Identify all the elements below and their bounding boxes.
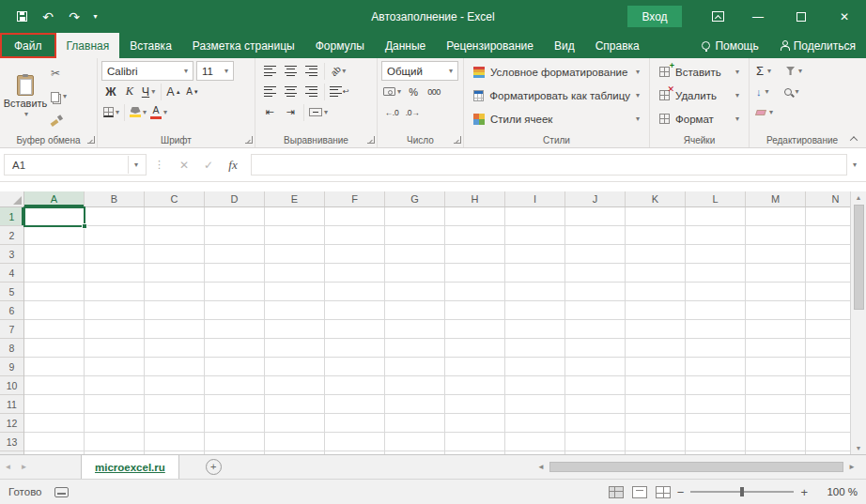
scroll-down-icon[interactable]: ▼ [856,445,862,451]
comma-style-button[interactable]: 000 [424,82,444,101]
clipboard-dialog-launcher-icon[interactable] [87,136,95,144]
tellme-tab[interactable]: Помощь [691,33,768,58]
insert-cells-button[interactable]: + Вставить ▾ [654,61,745,84]
tab-review[interactable]: Рецензирование [436,33,544,58]
redo-button[interactable]: ↷ [62,5,86,29]
tab-help[interactable]: Справка [585,33,650,58]
cancel-button[interactable]: ✕ [172,154,196,176]
number-dialog-launcher-icon[interactable] [454,136,461,144]
tab-page-layout[interactable]: Разметка страницы [182,33,305,58]
tab-file[interactable]: Файл [0,33,56,58]
row-header-7[interactable]: 7 [0,320,23,339]
align-left-button[interactable] [259,82,280,101]
save-button[interactable] [9,5,34,29]
row-header-5[interactable]: 5 [0,283,23,301]
sheet-nav-right-icon[interactable]: ► [16,463,32,471]
font-size-select[interactable]: 11▾ [196,61,234,81]
accounting-format-button[interactable]: ▾ [381,82,403,101]
sign-in-button[interactable]: Вход [627,6,682,27]
fill-color-button[interactable]: ▾ [128,102,148,122]
row-header-1[interactable]: 1 [0,207,23,226]
font-name-select[interactable]: Calibri▾ [101,61,193,81]
increase-decimal-button[interactable]: ←.0 [381,102,402,122]
scroll-up-icon[interactable]: ▲ [856,194,862,201]
column-header-J[interactable]: J [565,191,626,206]
row-header-9[interactable]: 9 [0,358,23,376]
close-button[interactable]: ✕ [823,0,866,33]
collapse-ribbon-button[interactable] [846,132,861,145]
fill-handle[interactable] [82,223,87,229]
zoom-level[interactable]: 100 % [820,486,858,497]
zoom-in-button[interactable]: + [800,486,808,498]
view-page-layout-button[interactable] [632,486,647,498]
align-center-button[interactable] [280,82,301,101]
align-bottom-button[interactable] [301,61,321,81]
underline-button[interactable]: Ч▾ [139,82,158,101]
zoom-out-button[interactable]: − [677,486,685,498]
increase-indent-button[interactable]: ⇥ [280,102,301,122]
decrease-font-size-button[interactable]: А▼ [183,82,202,101]
column-header-L[interactable]: L [686,191,746,206]
column-header-K[interactable]: K [626,191,686,206]
number-format-select[interactable]: Общий▾ [381,61,458,81]
row-header-3[interactable]: 3 [0,245,23,264]
decrease-decimal-button[interactable]: .0→ [402,102,423,122]
minimize-button[interactable]: — [736,0,780,33]
formula-input[interactable] [251,154,847,176]
cut-button[interactable]: ✂ [47,63,70,83]
row-header-11[interactable]: 11 [0,395,23,414]
column-header-E[interactable]: E [265,191,325,206]
column-header-F[interactable]: F [325,191,385,206]
format-painter-button[interactable] [47,111,70,130]
bold-button[interactable]: Ж [101,82,120,101]
font-color-button[interactable]: А▾ [148,102,169,122]
decrease-indent-button[interactable]: ⇤ [259,102,280,122]
column-header-C[interactable]: C [145,191,205,206]
sheet-nav-left-icon[interactable]: ◄ [0,463,16,471]
fill-button[interactable]: ↓▾ [753,82,772,101]
orientation-button[interactable]: ab▾ [328,61,348,81]
paste-button[interactable]: Вставить ▾ [4,61,47,132]
tab-data[interactable]: Данные [375,33,436,58]
enter-button[interactable]: ✓ [196,154,221,176]
name-box[interactable]: A1 ▾ [4,154,147,176]
maximize-button[interactable] [780,0,823,33]
tab-formulas[interactable]: Формулы [305,33,375,58]
column-header-M[interactable]: M [746,191,806,206]
align-top-button[interactable] [259,61,280,81]
align-right-button[interactable] [301,82,321,101]
row-header-12[interactable]: 12 [0,414,23,433]
row-header-8[interactable]: 8 [0,339,23,358]
chevron-down-icon[interactable]: ▾ [128,156,138,174]
scroll-right-icon[interactable]: ► [845,463,858,471]
row-header-2[interactable]: 2 [0,226,23,245]
column-header-B[interactable]: B [85,191,145,206]
select-all-button[interactable] [0,191,24,207]
column-header-G[interactable]: G [385,191,445,206]
clear-button[interactable]: ▾ [753,102,776,122]
vertical-scroll-thumb[interactable] [854,205,864,310]
zoom-slider-thumb[interactable] [740,487,744,496]
increase-font-size-button[interactable]: А▲ [164,82,183,101]
qat-customize-button[interactable]: ▾ [88,5,102,29]
find-select-button[interactable]: ▾ [781,82,802,101]
row-header-13[interactable]: 13 [0,433,23,451]
percent-style-button[interactable]: % [403,82,424,101]
column-header-H[interactable]: H [445,191,505,206]
tab-home[interactable]: Главная [56,33,120,58]
conditional-formatting-button[interactable]: Условное форматирование ▾ [468,61,645,84]
row-header-4[interactable]: 4 [0,264,23,283]
insert-function-button[interactable]: fx [221,154,245,176]
scroll-left-icon[interactable]: ◄ [534,463,548,471]
sort-filter-button[interactable]: ▾ [783,61,805,81]
view-normal-button[interactable] [609,486,624,498]
font-dialog-launcher-icon[interactable] [245,136,253,144]
accessibility-icon[interactable] [54,487,69,497]
horizontal-scrollbar[interactable]: ◄ ► [534,459,858,475]
autosum-button[interactable]: Σ▾ [753,61,774,81]
undo-button[interactable]: ↶ [36,5,60,29]
format-cells-button[interactable]: Формат ▾ [654,108,745,130]
column-header-I[interactable]: I [505,191,565,206]
zoom-slider[interactable] [690,491,794,493]
align-middle-button[interactable] [280,61,301,81]
